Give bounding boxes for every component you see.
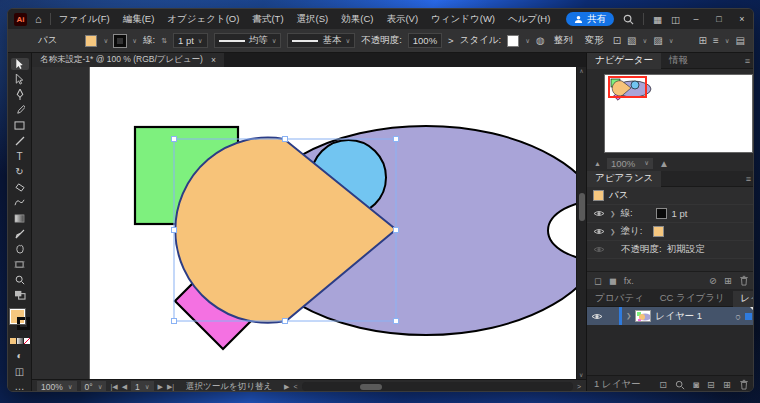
chevron-down-icon[interactable]: ∨ bbox=[132, 37, 137, 45]
minimize-button[interactable]: – bbox=[689, 14, 703, 24]
stepper-icon[interactable]: ⇅ bbox=[161, 37, 167, 45]
tab-appearance[interactable]: アピアランス bbox=[587, 171, 661, 187]
menu-window[interactable]: ウィンドウ(W) bbox=[431, 13, 495, 26]
menu-select[interactable]: 選択(S) bbox=[297, 13, 329, 26]
line-segment-tool[interactable] bbox=[11, 135, 29, 147]
fill-color-swatch[interactable] bbox=[85, 35, 97, 47]
opacity-row-value[interactable]: 初期設定 bbox=[667, 243, 705, 256]
workspace-switcher-icon[interactable]: ≡ bbox=[713, 35, 719, 46]
transform-button[interactable]: 変形 bbox=[582, 33, 607, 48]
duplicate-item-icon[interactable]: ⊞ bbox=[724, 275, 732, 286]
document-setup-globe-icon[interactable]: ◍ bbox=[536, 35, 545, 46]
opacity-field[interactable]: 100% bbox=[408, 33, 442, 48]
expand-arrow-icon[interactable]: ❯ bbox=[610, 210, 615, 218]
layer-name[interactable]: レイヤー 1 bbox=[655, 310, 702, 323]
layer-thumbnail[interactable] bbox=[635, 310, 651, 322]
screen-mode-icon[interactable]: ◫ bbox=[11, 365, 29, 377]
rectangle-tool[interactable] bbox=[11, 120, 29, 132]
stroke-color-proxy[interactable] bbox=[17, 317, 30, 330]
visibility-eye-icon[interactable] bbox=[593, 209, 605, 218]
scroll-up-icon[interactable]: ∧ bbox=[579, 68, 583, 74]
pen-tool[interactable] bbox=[11, 89, 29, 101]
add-stroke-icon[interactable]: ◻ bbox=[594, 275, 602, 286]
opacity-more-icon[interactable]: > bbox=[448, 35, 454, 46]
tab-cc-libraries[interactable]: CC ライブラリ bbox=[652, 291, 733, 307]
last-artboard-icon[interactable]: ▶| bbox=[167, 383, 174, 391]
zoom-in-icon[interactable]: ▲ bbox=[659, 158, 669, 169]
next-artboard-icon[interactable]: ▶ bbox=[158, 383, 163, 391]
horizontal-scroll-thumb[interactable] bbox=[360, 384, 382, 390]
isolate-selected-object-icon[interactable]: ▨ bbox=[653, 35, 662, 46]
appearance-stroke-row[interactable]: ❯ 線: 1 pt bbox=[587, 205, 754, 223]
make-clipping-mask-icon[interactable]: ◙ bbox=[693, 379, 699, 390]
maximize-button[interactable]: □ bbox=[712, 14, 726, 24]
new-sublayer-icon[interactable]: ⊟ bbox=[707, 379, 715, 390]
gradient-button[interactable] bbox=[17, 338, 23, 344]
visibility-eye-icon[interactable] bbox=[593, 227, 605, 236]
apps-grid-icon[interactable]: ⊞ bbox=[699, 35, 707, 46]
menu-help[interactable]: ヘルプ(H) bbox=[508, 13, 550, 26]
scroll-down-icon[interactable]: ∨ bbox=[579, 371, 583, 378]
navigator-preview[interactable] bbox=[604, 74, 753, 153]
add-effect-fx-button[interactable]: fx. bbox=[624, 275, 634, 286]
home-icon[interactable]: ⌂ bbox=[35, 14, 42, 25]
vertical-scrollbar[interactable]: ∧ ∨ bbox=[576, 67, 586, 379]
stroke-color-swatch[interactable] bbox=[114, 35, 126, 47]
rotation-field[interactable]: 0°∨ bbox=[81, 381, 107, 392]
stroke-weight-field[interactable]: 1 pt∨ bbox=[173, 33, 208, 48]
panel-menu-icon[interactable]: ≡ bbox=[745, 56, 750, 66]
select-similar-objects-icon[interactable]: ▧ bbox=[627, 35, 636, 46]
scroll-right-icon[interactable]: > bbox=[577, 383, 581, 390]
canvas-viewport[interactable]: ∧ ∨ bbox=[32, 67, 586, 379]
artboard-tool[interactable] bbox=[11, 258, 29, 270]
arrange-documents-icon[interactable]: ▦ bbox=[653, 14, 662, 25]
expand-arrow-icon[interactable]: ❯ bbox=[610, 228, 615, 236]
appearance-fill-row[interactable]: ❯ 塗り: bbox=[587, 223, 754, 241]
tab-layers[interactable]: レイヤー bbox=[733, 291, 754, 307]
locate-object-icon[interactable] bbox=[675, 380, 685, 390]
clear-appearance-icon[interactable]: ⊘ bbox=[709, 275, 717, 286]
close-tab-icon[interactable]: × bbox=[211, 55, 216, 65]
fill-swatch-proxy[interactable] bbox=[10, 305, 30, 330]
menu-view[interactable]: 表示(V) bbox=[386, 13, 418, 26]
layer-row[interactable]: ❯ レイヤー 1 ○ bbox=[587, 307, 754, 325]
document-arrange-icon[interactable]: ▤ bbox=[736, 35, 745, 46]
chevron-down-icon[interactable]: ∨ bbox=[669, 37, 674, 45]
expand-layer-icon[interactable]: ❯ bbox=[626, 312, 631, 320]
chevron-down-icon[interactable]: ∨ bbox=[725, 37, 730, 45]
document-tab[interactable]: 名称未設定-1* @ 100 % (RGB/プレビュー) × bbox=[32, 53, 224, 67]
rotate-tool[interactable]: ↻ bbox=[11, 166, 29, 178]
width-profile-dropdown[interactable]: 均等∨ bbox=[214, 33, 282, 48]
previous-artboard-icon[interactable]: ◀ bbox=[122, 383, 127, 391]
layer-selection-chip[interactable] bbox=[745, 313, 752, 320]
free-transform-icon[interactable]: ⊡ bbox=[613, 35, 621, 46]
hand-tool[interactable] bbox=[11, 243, 29, 255]
tab-info[interactable]: 情報 bbox=[661, 53, 696, 69]
appearance-item-row[interactable]: パス bbox=[587, 187, 754, 205]
direct-selection-tool[interactable] bbox=[11, 73, 29, 85]
collect-for-export-icon[interactable]: ⊡ bbox=[659, 379, 667, 390]
menu-object[interactable]: オブジェクト(O) bbox=[167, 13, 239, 26]
new-layer-icon[interactable]: ⊞ bbox=[723, 379, 731, 390]
menu-type[interactable]: 書式(T) bbox=[252, 13, 283, 26]
zoom-level-field[interactable]: 100%∨ bbox=[37, 381, 77, 392]
workspace-icon[interactable]: ◫ bbox=[671, 14, 680, 25]
search-icon[interactable] bbox=[623, 14, 634, 25]
eyedropper-tool[interactable] bbox=[11, 227, 29, 239]
vertical-scroll-thumb[interactable] bbox=[579, 193, 585, 221]
none-button[interactable] bbox=[24, 338, 30, 344]
shaper-tool[interactable] bbox=[11, 197, 29, 209]
zoom-out-icon[interactable]: ▲ bbox=[594, 160, 601, 167]
fill-color-swatch[interactable] bbox=[653, 226, 664, 237]
visibility-eye-icon[interactable] bbox=[593, 245, 605, 254]
chevron-down-icon[interactable]: ∨ bbox=[525, 37, 530, 45]
layer-visibility-eye-icon[interactable] bbox=[591, 312, 603, 321]
share-button[interactable]: 共有 bbox=[566, 12, 614, 26]
menu-file[interactable]: ファイル(F) bbox=[59, 13, 110, 26]
edit-toolbar-icon[interactable]: … bbox=[11, 381, 29, 392]
stroke-color-swatch[interactable] bbox=[656, 208, 667, 219]
chevron-down-icon[interactable]: ∨ bbox=[103, 37, 108, 45]
paintbrush-tool[interactable] bbox=[11, 104, 29, 116]
status-menu-icon[interactable]: ▶ bbox=[284, 383, 289, 391]
close-button[interactable]: × bbox=[735, 14, 749, 24]
